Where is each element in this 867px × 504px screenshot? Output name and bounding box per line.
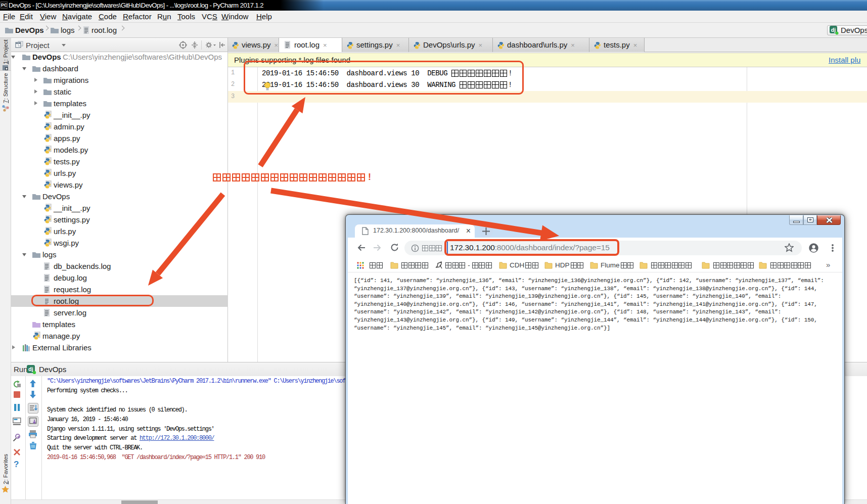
svg-text:dj: dj <box>28 366 33 372</box>
svg-text:dj: dj <box>831 27 836 33</box>
